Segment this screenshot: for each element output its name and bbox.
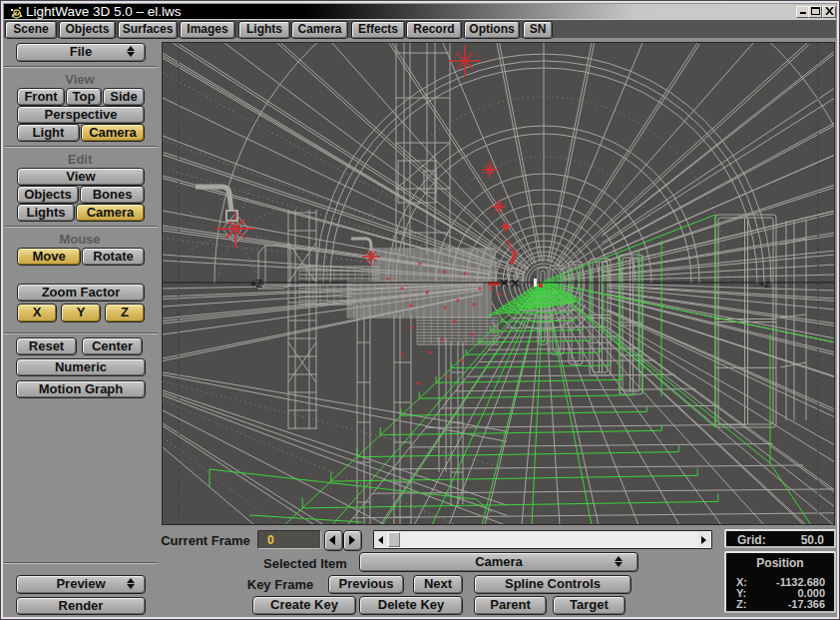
svg-text:+Z: +Z <box>250 279 262 290</box>
svg-text:+Z: +Z <box>759 280 770 290</box>
